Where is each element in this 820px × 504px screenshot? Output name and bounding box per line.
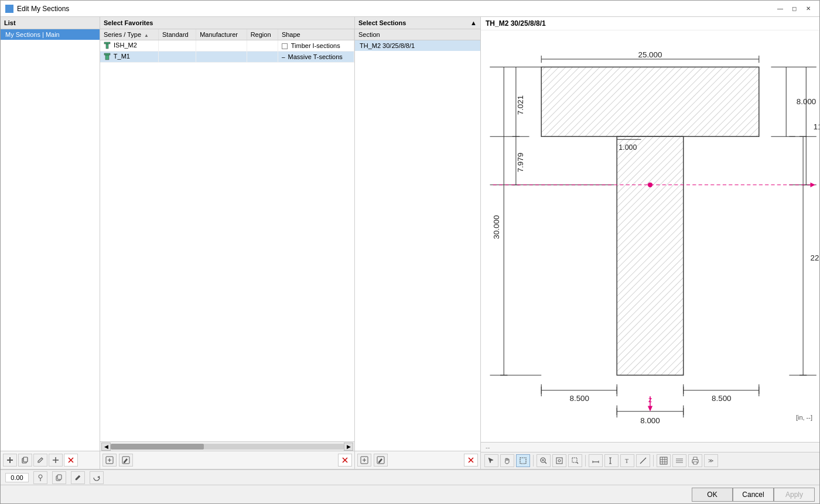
favorites-scrollbar[interactable]: ◀ ▶ [100,441,354,451]
svg-text:8.500: 8.500 [712,394,732,403]
svg-point-106 [39,475,42,478]
svg-rect-82 [556,458,562,464]
h-scrollbar-track[interactable] [111,444,344,450]
col-region[interactable]: Region [247,29,278,40]
table-row[interactable]: T_M1 – Massive T-sections [100,52,354,63]
add-section-btn[interactable] [357,454,371,467]
svg-rect-109 [57,475,62,479]
dim-horiz-btn[interactable] [589,454,603,467]
remove-section-btn[interactable] [464,454,478,467]
collapse-sections-icon[interactable]: ▲ [470,19,477,26]
section-column-header: Section [355,29,480,40]
left-panel-toolbar [1,451,100,469]
line-btn[interactable] [636,454,650,467]
sections-list: TH_M2 30/25/8/8/1 [355,40,480,451]
ok-button[interactable]: OK [692,488,733,502]
section-list-item[interactable]: TH_M2 30/25/8/8/1 [355,40,480,51]
drawing-panel: TH_M2 30/25/8/8/1 [481,17,819,469]
move-layout-btn[interactable] [49,454,63,467]
edit-fav-btn[interactable] [119,454,133,467]
svg-marker-76 [648,406,652,412]
favorites-scroll[interactable]: Series / Type ▲ Standard Manufacturer Re… [100,29,354,441]
remove-fav-btn[interactable] [338,454,352,467]
copy-layout-btn[interactable] [18,454,32,467]
print-btn[interactable] [688,454,702,467]
text-btn[interactable]: T [620,454,634,467]
bottom-status-row: 0.00 [1,469,819,485]
svg-rect-84 [572,458,577,462]
svg-rect-6 [104,53,110,55]
svg-line-79 [545,462,546,464]
main-content: List My Sections | Main [1,17,819,503]
svg-text:T: T [625,458,628,464]
cancel-button[interactable]: Cancel [733,488,774,502]
section-drawing: 25.000 8.000 11.021 [481,30,819,442]
table-btn[interactable] [657,454,671,467]
bottom-action-row: OK Cancel Apply [1,485,819,503]
favorites-panel-header: Select Favorites [100,17,354,29]
favorites-bottom-toolbar [100,451,354,469]
table-row[interactable]: ISH_M2 Timber I-sections [100,40,354,52]
svg-rect-7 [105,55,109,60]
add-layout-btn[interactable] [3,454,17,467]
h-scrollbar-thumb[interactable] [111,444,204,450]
zoom-window-btn[interactable] [568,454,582,467]
col-shape[interactable]: Shape [278,29,354,40]
panels-row: List My Sections | Main [1,17,819,469]
grid-btn[interactable] [672,454,686,467]
expand-icon[interactable]: – [282,54,285,60]
list-panel-header: List [1,17,100,29]
svg-text:≫: ≫ [708,458,713,464]
col-manufacturer[interactable]: Manufacturer [196,29,247,40]
delete-layout-btn[interactable] [64,454,78,467]
svg-text:7.021: 7.021 [516,95,525,115]
more-btn[interactable]: ≫ [704,454,718,467]
add-fav-btn[interactable] [102,454,117,467]
scroll-right-btn[interactable]: ▶ [344,443,353,451]
svg-rect-94 [660,457,667,464]
svg-text:8.000: 8.000 [640,416,660,425]
drawing-units: [in, --] [796,414,812,421]
drawing-title: TH_M2 30/25/8/8/1 [481,17,819,30]
svg-rect-13 [541,67,759,137]
drawing-canvas: 25.000 8.000 11.021 [481,30,819,442]
zoom-in-btn[interactable] [537,454,551,467]
svg-text:11.021: 11.021 [814,122,819,131]
favorites-panel: Select Favorites Series / Type ▲ Standar… [100,17,355,469]
pin-btn[interactable] [33,471,47,484]
svg-text:30.000: 30.000 [492,215,501,239]
copy-section-btn2[interactable] [52,471,66,484]
svg-marker-110 [97,476,100,478]
minimize-btn[interactable]: — [774,3,787,15]
edit-layout-btn[interactable] [33,454,47,467]
drawing-toolbar: T ≫ [481,452,819,469]
hand-btn[interactable] [500,454,514,467]
scroll-left-btn[interactable]: ◀ [101,443,111,451]
select-rect-btn[interactable] [516,454,530,467]
svg-marker-73 [811,183,815,187]
cursor-btn[interactable] [484,454,498,467]
close-btn[interactable]: ✕ [802,3,815,15]
svg-rect-3 [23,457,28,462]
apply-button[interactable]: Apply [774,488,815,502]
sidebar-item-my-sections-main[interactable]: My Sections | Main [1,29,100,40]
window-title: Edit My Sections [17,5,69,13]
svg-text:8.500: 8.500 [569,394,589,403]
svg-rect-104 [693,462,697,464]
edit-section-btn[interactable] [374,454,388,467]
my-sections-list: My Sections | Main [1,29,100,451]
svg-rect-5 [106,44,108,49]
zoom-extent-btn[interactable] [552,454,566,467]
edit-section-btn2[interactable] [71,471,85,484]
app-icon [5,5,13,13]
col-series-type[interactable]: Series / Type ▲ [100,29,159,40]
sections-panel: Select Sections ▲ Section TH_M2 30/25/8/… [355,17,481,469]
col-standard[interactable]: Standard [159,29,196,40]
window-controls: — ◻ ✕ [774,3,815,15]
svg-text:22.000: 22.000 [811,253,819,262]
maximize-btn[interactable]: ◻ [788,3,801,15]
main-window: Edit My Sections — ◻ ✕ List My Sections … [0,0,820,504]
refresh-btn[interactable] [90,471,104,484]
dim-vert-btn[interactable] [604,454,619,467]
svg-rect-1 [9,457,11,463]
